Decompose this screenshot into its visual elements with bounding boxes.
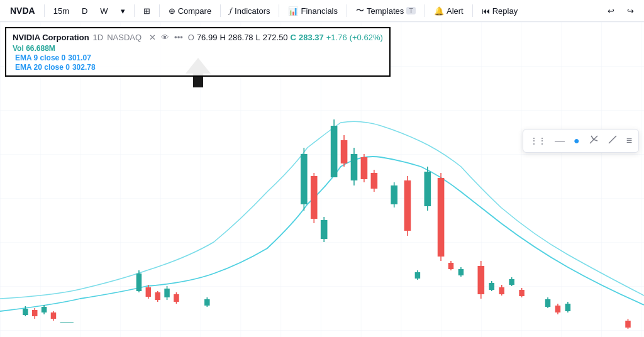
svg-line-71 (590, 140, 594, 143)
line-draw-button[interactable]: — (553, 134, 566, 148)
svg-line-74 (591, 136, 594, 140)
interval-d-label: D (82, 6, 87, 16)
indicators-button[interactable]: 𝑓 Indicators (225, 3, 275, 18)
svg-rect-11 (136, 273, 142, 291)
svg-rect-27 (321, 220, 328, 239)
divider-4 (220, 4, 221, 17)
svg-rect-63 (545, 299, 550, 307)
divider-2 (134, 4, 135, 17)
svg-rect-19 (174, 294, 179, 302)
svg-rect-45 (425, 172, 431, 206)
interval-w-label: W (100, 6, 108, 16)
timeframe-button[interactable]: 15m (48, 4, 74, 18)
branch-draw-button[interactable] (587, 133, 600, 148)
alert-label: Alert (447, 6, 464, 16)
interval-d-button[interactable]: D (77, 4, 92, 18)
vol-label: Vol (13, 44, 24, 53)
svg-rect-33 (351, 154, 358, 180)
chart-timeframe: 1D (93, 33, 104, 42)
interval-dropdown-button[interactable]: ▾ (116, 4, 130, 18)
diagonal-draw-button[interactable] (606, 133, 619, 148)
svg-rect-41 (404, 180, 411, 231)
close-label: C (291, 33, 296, 42)
chevron-down-icon: ▾ (121, 6, 125, 16)
divider-1 (44, 4, 45, 17)
volume-line: Vol 66.688M (13, 44, 383, 53)
ema20-value: 302.78 (72, 63, 96, 72)
undo-icon: ↩ (608, 6, 614, 16)
ema20-label: EMA 20 close 0 (15, 63, 70, 72)
svg-rect-39 (391, 185, 397, 204)
change-value: +1.76 (326, 33, 347, 42)
ohlc-values: O 76.99 H 286.78 L 272.50 C 283.37 +1.76… (188, 33, 383, 42)
svg-rect-69 (625, 321, 630, 328)
toolbar-right-section: ↩ ↪ (602, 4, 639, 18)
templates-icon: 〜 (356, 5, 364, 16)
more-icon[interactable]: ••• (173, 32, 184, 43)
ema9-label: EMA 9 close 0 (15, 53, 65, 62)
high-value: 286.78 (228, 33, 253, 42)
main-toolbar: NVDA 15m D W ▾ ⊞ ⊕ Compare 𝑓 Indicators … (0, 0, 644, 22)
templates-label: Templates (367, 6, 404, 16)
svg-rect-53 (478, 266, 485, 294)
replay-label: Replay (492, 6, 518, 16)
open-value: 76.99 (197, 33, 218, 42)
compare-label: Compare (178, 6, 211, 16)
svg-rect-17 (164, 289, 169, 297)
svg-rect-57 (499, 287, 504, 294)
ema20-line: EMA 20 close 0302.78 (13, 63, 383, 72)
svg-rect-15 (155, 292, 160, 300)
svg-rect-35 (361, 157, 368, 179)
svg-rect-51 (458, 269, 464, 275)
templates-badge: T (406, 7, 416, 14)
svg-rect-59 (509, 279, 514, 285)
undo-button[interactable]: ↩ (602, 4, 619, 18)
svg-rect-65 (555, 306, 560, 312)
divider-8 (472, 4, 473, 17)
svg-rect-25 (311, 176, 318, 219)
open-label: O (188, 33, 194, 42)
chart-type-button[interactable]: ⊞ (138, 4, 155, 18)
ohlc-line: NVIDIA Corporation 1D NASDAQ ✕ 👁 ••• O 7… (13, 32, 383, 43)
close-value: 283.37 (299, 33, 324, 42)
symbol-button[interactable]: NVDA (5, 3, 40, 18)
alert-button[interactable]: 🔔 Alert (429, 4, 469, 18)
divider-5 (279, 4, 279, 17)
drawing-toolbar: ⋮⋮ — ● ≡ (523, 129, 639, 153)
svg-rect-43 (415, 272, 420, 279)
svg-line-73 (594, 140, 597, 141)
low-value: 272.50 (263, 33, 288, 42)
timeframe-label: 15m (53, 6, 69, 16)
svg-rect-21 (204, 299, 209, 306)
high-label: H (219, 33, 225, 42)
svg-rect-23 (301, 154, 308, 204)
info-icon-group: ✕ 👁 ••• (148, 32, 184, 43)
menu-draw-button[interactable]: ≡ (625, 134, 633, 148)
alert-icon: 🔔 (434, 6, 444, 16)
svg-rect-49 (448, 263, 453, 269)
compare-button[interactable]: ⊕ Compare (164, 4, 216, 18)
svg-rect-67 (565, 304, 570, 311)
svg-rect-55 (489, 283, 494, 290)
svg-rect-31 (341, 140, 348, 163)
symbol-label: NVDA (10, 6, 35, 16)
redo-button[interactable]: ↪ (622, 4, 639, 18)
grid-draw-button[interactable]: ⋮⋮ (528, 135, 547, 147)
eye-icon[interactable]: 👁 (160, 32, 170, 43)
change-pct-value: (+0.62%) (350, 33, 383, 42)
pin-icon[interactable]: ✕ (148, 32, 157, 43)
divider-3 (159, 4, 160, 17)
svg-rect-61 (519, 290, 524, 296)
interval-w-button[interactable]: W (95, 4, 113, 18)
chart-area: NVIDIA Corporation 1D NASDAQ ✕ 👁 ••• O 7… (0, 22, 644, 337)
divider-7 (425, 4, 425, 17)
chart-exchange: NASDAQ (107, 33, 142, 42)
svg-rect-8 (51, 312, 56, 319)
financials-button[interactable]: 📊 Financials (283, 4, 343, 18)
svg-line-72 (594, 136, 597, 140)
dot-draw-button[interactable]: ● (572, 134, 581, 148)
indicators-label: Indicators (235, 6, 270, 16)
templates-button[interactable]: 〜 Templates T (351, 3, 421, 19)
replay-button[interactable]: ⏮ Replay (477, 4, 523, 18)
svg-rect-4 (32, 310, 37, 316)
